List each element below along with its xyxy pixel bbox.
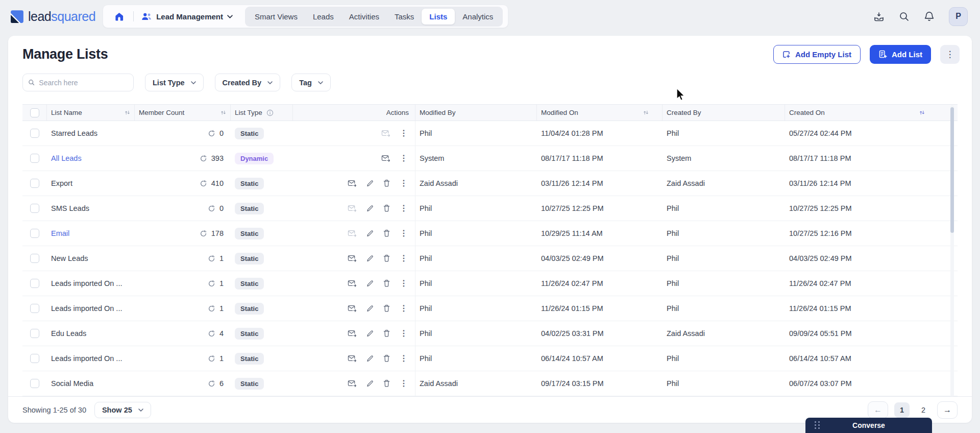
row-checkbox[interactable] xyxy=(30,179,39,188)
page-size-dropdown[interactable]: Show 25 xyxy=(94,402,151,418)
table-row[interactable]: Export 410 Static xyxy=(22,171,958,196)
tab-smart-views[interactable]: Smart Views xyxy=(247,9,305,25)
delete-button[interactable] xyxy=(383,304,390,312)
row-more-button[interactable]: ⋮ xyxy=(400,154,408,162)
refresh-icon[interactable] xyxy=(200,155,207,162)
tab-lists[interactable]: Lists xyxy=(422,9,455,25)
send-email-button[interactable] xyxy=(348,379,357,388)
refresh-icon[interactable] xyxy=(208,205,215,212)
send-email-button[interactable] xyxy=(348,329,357,338)
delete-button[interactable] xyxy=(383,179,390,187)
tag-filter[interactable]: Tag xyxy=(291,74,331,91)
sort-icon[interactable] xyxy=(220,110,226,115)
table-row[interactable]: Email 178 Static xyxy=(22,221,958,246)
refresh-icon[interactable] xyxy=(208,330,215,338)
send-email-button[interactable] xyxy=(348,179,357,187)
table-row[interactable]: Leads imported On ... 1 Static xyxy=(22,296,958,321)
table-row[interactable]: New Leads 1 Static xyxy=(22,246,958,271)
edit-button[interactable] xyxy=(366,180,374,187)
col-created-on[interactable]: Created On xyxy=(785,105,958,121)
row-checkbox[interactable] xyxy=(30,279,39,288)
send-email-button[interactable] xyxy=(348,204,357,212)
row-more-button[interactable]: ⋮ xyxy=(400,129,408,137)
refresh-icon[interactable] xyxy=(208,305,215,312)
delete-button[interactable] xyxy=(383,254,390,262)
table-row[interactable]: All Leads 393 Dynamic ⋮ System 08/17/17 … xyxy=(22,146,958,171)
delete-button[interactable] xyxy=(383,229,390,237)
tab-analytics[interactable]: Analytics xyxy=(455,9,501,25)
sort-icon[interactable] xyxy=(919,110,925,115)
add-empty-list-button[interactable]: Add Empty List xyxy=(773,45,861,64)
delete-button[interactable] xyxy=(383,279,390,287)
row-more-button[interactable]: ⋮ xyxy=(400,229,408,237)
edit-button[interactable] xyxy=(366,230,374,237)
row-more-button[interactable]: ⋮ xyxy=(400,179,408,187)
page-1-button[interactable]: 1 xyxy=(894,402,910,418)
table-row[interactable]: Starred Leads 0 Static ⋮ Phil 11/04/24 0… xyxy=(22,121,958,146)
delete-button[interactable] xyxy=(383,379,390,388)
list-name[interactable]: Leads imported On ... xyxy=(47,271,135,296)
tab-leads[interactable]: Leads xyxy=(305,9,341,25)
sort-icon[interactable] xyxy=(125,110,130,115)
col-modified-on[interactable]: Modified On xyxy=(537,105,663,121)
delete-button[interactable] xyxy=(383,354,390,363)
send-email-button[interactable] xyxy=(348,254,357,262)
list-name[interactable]: Email xyxy=(47,221,135,246)
refresh-icon[interactable] xyxy=(208,130,215,137)
row-checkbox[interactable] xyxy=(30,204,39,213)
row-more-button[interactable]: ⋮ xyxy=(400,254,408,262)
created-by-filter[interactable]: Created By xyxy=(215,74,281,91)
list-name[interactable]: Export xyxy=(47,171,135,196)
edit-button[interactable] xyxy=(366,280,374,287)
select-all-checkbox[interactable] xyxy=(30,108,39,117)
row-more-button[interactable]: ⋮ xyxy=(400,379,408,388)
table-scrollbar-thumb[interactable] xyxy=(950,107,954,233)
next-page-button[interactable]: → xyxy=(937,401,958,419)
more-options-button[interactable]: ⋮ xyxy=(940,45,960,64)
table-row[interactable]: Social Media 6 Static xyxy=(22,371,958,396)
page-2-button[interactable]: 2 xyxy=(916,402,931,418)
row-checkbox[interactable] xyxy=(30,229,39,238)
send-email-button[interactable] xyxy=(381,129,390,137)
delete-button[interactable] xyxy=(383,204,390,212)
row-more-button[interactable]: ⋮ xyxy=(400,279,408,287)
edit-button[interactable] xyxy=(366,305,374,312)
home-button[interactable] xyxy=(110,12,128,21)
edit-button[interactable] xyxy=(366,255,374,262)
delete-button[interactable] xyxy=(383,329,390,338)
info-icon[interactable] xyxy=(266,109,274,116)
send-email-button[interactable] xyxy=(348,279,357,287)
list-name[interactable]: Leads imported On ... xyxy=(47,346,135,371)
refresh-icon[interactable] xyxy=(200,230,207,237)
table-row[interactable]: Leads imported On ... 1 Static xyxy=(22,271,958,296)
send-email-button[interactable] xyxy=(381,154,390,162)
edit-button[interactable] xyxy=(366,205,374,212)
edit-button[interactable] xyxy=(366,355,374,363)
converse-widget[interactable]: Converse xyxy=(805,418,932,433)
row-checkbox[interactable] xyxy=(30,354,39,363)
refresh-icon[interactable] xyxy=(208,380,215,388)
inbox-tray-button[interactable] xyxy=(873,11,885,22)
send-email-button[interactable] xyxy=(348,354,357,363)
refresh-icon[interactable] xyxy=(200,180,207,187)
tab-tasks[interactable]: Tasks xyxy=(387,9,422,25)
row-more-button[interactable]: ⋮ xyxy=(400,204,408,212)
list-name[interactable]: New Leads xyxy=(47,246,135,271)
col-list-name[interactable]: List Name xyxy=(47,105,135,121)
row-checkbox[interactable] xyxy=(30,154,39,163)
edit-button[interactable] xyxy=(366,380,374,388)
row-more-button[interactable]: ⋮ xyxy=(400,329,408,338)
list-name[interactable]: All Leads xyxy=(47,146,135,171)
table-row[interactable]: Leads imported On ... 1 Static xyxy=(22,346,958,371)
row-more-button[interactable]: ⋮ xyxy=(400,304,408,312)
sort-icon[interactable] xyxy=(643,110,649,115)
list-name[interactable]: Social Media xyxy=(47,371,135,396)
row-checkbox[interactable] xyxy=(30,304,39,313)
tab-activities[interactable]: Activities xyxy=(341,9,387,25)
notifications-button[interactable] xyxy=(924,11,935,22)
refresh-icon[interactable] xyxy=(208,255,215,262)
edit-button[interactable] xyxy=(366,330,374,338)
row-checkbox[interactable] xyxy=(30,129,39,138)
add-list-button[interactable]: Add List xyxy=(870,45,931,64)
refresh-icon[interactable] xyxy=(208,355,215,363)
